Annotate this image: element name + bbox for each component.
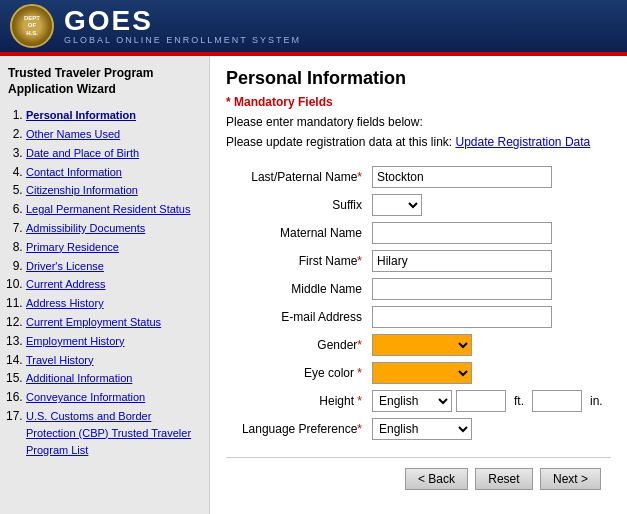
first-name-label: First Name* [226,247,366,275]
height-ft-input[interactable] [456,390,506,412]
language-select[interactable]: English Spanish French [372,418,472,440]
sidebar-link-legal-resident[interactable]: Legal Permanent Resident Status [26,203,191,215]
form-divider [226,457,611,458]
last-name-cell [366,163,611,191]
suffix-cell: Jr. Sr. II III [366,191,611,219]
main-content: Personal Information * Mandatory Fields … [210,56,627,514]
sidebar-item-dob[interactable]: Date and Place of Birth [26,145,201,162]
sidebar-link-address-history[interactable]: Address History [26,297,104,309]
sidebar-link-admissibility[interactable]: Admissibility Documents [26,222,145,234]
language-cell: English Spanish French [366,415,611,443]
sidebar-link-contact[interactable]: Contact Information [26,166,122,178]
sidebar-item-cbp-list[interactable]: U.S. Customs and Border Protection (CBP)… [26,408,201,458]
suffix-label: Suffix [226,191,366,219]
sidebar-link-employment-status[interactable]: Current Employment Status [26,316,161,328]
gender-label: Gender* [226,331,366,359]
sidebar-item-employment-status[interactable]: Current Employment Status [26,314,201,331]
middle-name-label: Middle Name [226,275,366,303]
middle-name-input[interactable] [372,278,552,300]
sidebar-link-conveyance[interactable]: Conveyance Information [26,391,145,403]
reset-button[interactable]: Reset [475,468,532,490]
sidebar-title: Trusted Traveler Program Application Wiz… [8,66,201,97]
height-cell: English Metric ft. in. [366,387,611,415]
sidebar-link-dob[interactable]: Date and Place of Birth [26,147,139,159]
back-button[interactable]: < Back [405,468,468,490]
gender-cell: Male Female [366,331,611,359]
maternal-name-cell [366,219,611,247]
first-name-cell [366,247,611,275]
gender-row: Gender* Male Female [226,331,611,359]
last-name-input[interactable] [372,166,552,188]
sidebar-link-current-address[interactable]: Current Address [26,278,105,290]
middle-name-row: Middle Name [226,275,611,303]
sidebar-link-travel-history[interactable]: Travel History [26,354,93,366]
sidebar-item-conveyance[interactable]: Conveyance Information [26,389,201,406]
sidebar-item-employment-history[interactable]: Employment History [26,333,201,350]
maternal-name-label: Maternal Name [226,219,366,247]
update-text: Please update registration data at this … [226,135,452,149]
sidebar-item-additional-info[interactable]: Additional Information [26,370,201,387]
first-name-input[interactable] [372,250,552,272]
suffix-row: Suffix Jr. Sr. II III [226,191,611,219]
height-in-input[interactable] [532,390,582,412]
next-button[interactable]: Next > [540,468,601,490]
email-label: E-mail Address [226,303,366,331]
sidebar-item-travel-history[interactable]: Travel History [26,352,201,369]
sidebar-item-personal-information[interactable]: Personal Information [26,107,201,124]
sidebar-item-legal-resident[interactable]: Legal Permanent Resident Status [26,201,201,218]
sidebar-item-address-history[interactable]: Address History [26,295,201,312]
sidebar-link-personal-information[interactable]: Personal Information [26,109,136,121]
last-name-row: Last/Paternal Name* [226,163,611,191]
height-ft-label: ft. [514,394,524,408]
gender-select[interactable]: Male Female [372,334,472,356]
height-in-label: in. [590,394,603,408]
middle-name-cell [366,275,611,303]
sidebar-link-employment-history[interactable]: Employment History [26,335,124,347]
goes-tagline: GLOBAL ONLINE ENROLLMENT SYSTEM [64,35,301,45]
mandatory-label: * Mandatory Fields [226,95,611,109]
sidebar-item-citizenship[interactable]: Citizenship Information [26,182,201,199]
sidebar-item-drivers-license[interactable]: Driver's License [26,258,201,275]
sidebar-link-other-names[interactable]: Other Names Used [26,128,120,140]
sidebar-item-primary-residence[interactable]: Primary Residence [26,239,201,256]
intro-text: Please enter mandatory fields below: [226,115,611,129]
sidebar-list: Personal Information Other Names Used Da… [8,107,201,458]
first-name-row: First Name* [226,247,611,275]
sidebar-item-contact[interactable]: Contact Information [26,164,201,181]
suffix-select[interactable]: Jr. Sr. II III [372,194,422,216]
sidebar: Trusted Traveler Program Application Wiz… [0,56,210,514]
sidebar-item-admissibility[interactable]: Admissibility Documents [26,220,201,237]
page-header: DEPTOFH.S. GOES GLOBAL ONLINE ENROLLMENT… [0,0,627,52]
sidebar-link-primary-residence[interactable]: Primary Residence [26,241,119,253]
sidebar-link-citizenship[interactable]: Citizenship Information [26,184,138,196]
sidebar-link-additional-info[interactable]: Additional Information [26,372,132,384]
page-title: Personal Information [226,68,611,89]
last-name-label: Last/Paternal Name* [226,163,366,191]
height-unit-select[interactable]: English Metric [372,390,452,412]
sidebar-item-other-names[interactable]: Other Names Used [26,126,201,143]
email-cell [366,303,611,331]
eye-color-select[interactable]: Brown Blue Green Hazel Gray Black [372,362,472,384]
goes-title: GOES [64,7,301,35]
language-row: Language Preference* English Spanish Fre… [226,415,611,443]
eye-color-row: Eye color * Brown Blue Green Hazel Gray … [226,359,611,387]
maternal-name-input[interactable] [372,222,552,244]
maternal-name-row: Maternal Name [226,219,611,247]
sidebar-item-current-address[interactable]: Current Address [26,276,201,293]
update-registration-link[interactable]: Update Registration Data [455,135,590,149]
sidebar-link-drivers-license[interactable]: Driver's License [26,260,104,272]
eye-color-label: Eye color * [226,359,366,387]
email-row: E-mail Address [226,303,611,331]
dhs-seal: DEPTOFH.S. [10,4,54,48]
language-label: Language Preference* [226,415,366,443]
personal-info-form: Last/Paternal Name* Suffix Jr. Sr. II II… [226,163,611,443]
sidebar-link-cbp-list[interactable]: U.S. Customs and Border Protection (CBP)… [26,410,191,456]
eye-color-cell: Brown Blue Green Hazel Gray Black [366,359,611,387]
height-row: Height * English Metric ft. in. [226,387,611,415]
email-input[interactable] [372,306,552,328]
button-row: < Back Reset Next > [226,468,611,490]
update-line: Please update registration data at this … [226,135,611,149]
goes-logo: GOES GLOBAL ONLINE ENROLLMENT SYSTEM [64,7,301,45]
height-label: Height * [226,387,366,415]
